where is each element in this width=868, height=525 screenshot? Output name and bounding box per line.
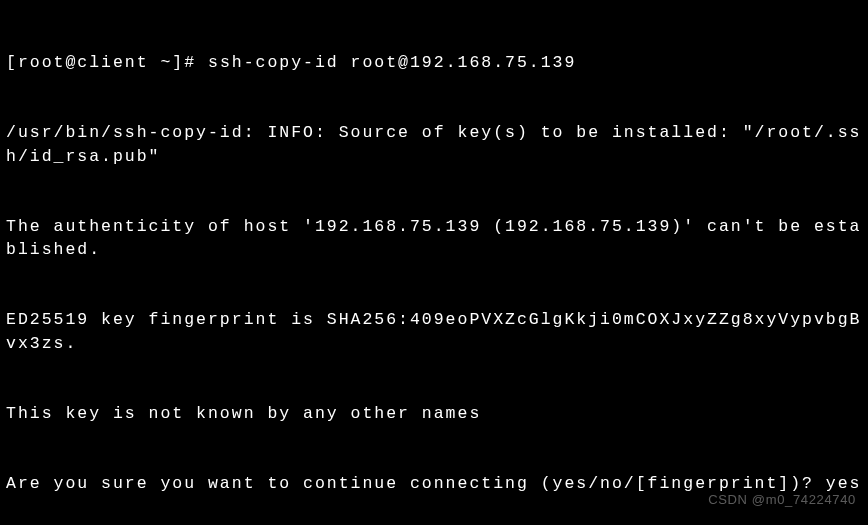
output-line: This key is not known by any other names <box>6 402 862 425</box>
output-line: The authenticity of host '192.168.75.139… <box>6 215 862 262</box>
terminal-output[interactable]: [root@client ~]# ssh-copy-id root@192.16… <box>6 4 862 525</box>
output-line: ED25519 key fingerprint is SHA256:409eoP… <box>6 308 862 355</box>
typed-command: ssh-copy-id root@192.168.75.139 <box>208 53 576 72</box>
watermark-label: CSDN @m0_74224740 <box>708 491 856 509</box>
prompt-line: [root@client ~]# ssh-copy-id root@192.16… <box>6 51 862 74</box>
output-line: /usr/bin/ssh-copy-id: INFO: Source of ke… <box>6 121 862 168</box>
shell-prompt: [root@client ~]# <box>6 53 208 72</box>
